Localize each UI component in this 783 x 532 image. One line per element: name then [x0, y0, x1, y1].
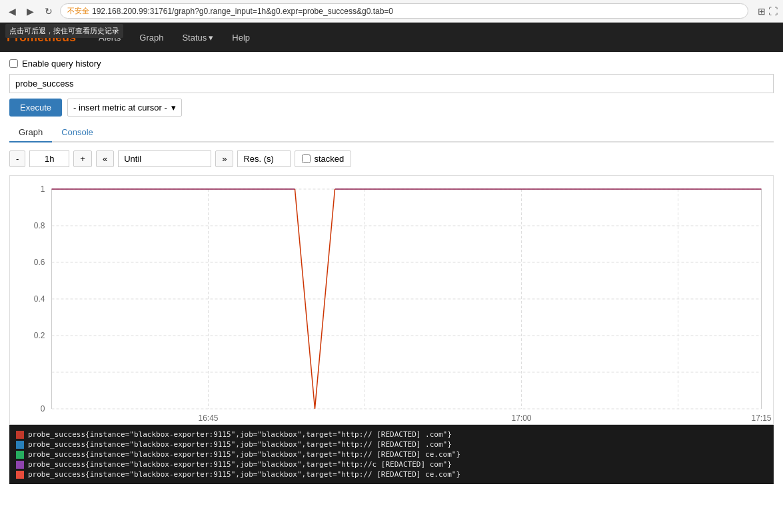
nav-status[interactable]: Status ▾: [173, 25, 223, 51]
nav-graph[interactable]: Graph: [130, 25, 173, 51]
legend-color-3: [16, 461, 24, 469]
expand-button[interactable]: ⛶: [768, 6, 778, 17]
range-plus-button[interactable]: +: [73, 150, 92, 167]
legend-label-1: probe_success{instance="blackbox-exporte…: [28, 440, 452, 449]
grid-button[interactable]: ⊞: [758, 6, 766, 17]
legend-color-1: [16, 441, 24, 449]
legend-color-0: [16, 431, 24, 439]
legend-item-2[interactable]: probe_success{instance="blackbox-exporte…: [16, 450, 767, 459]
stacked-label[interactable]: stacked: [295, 150, 351, 167]
legend-color-2: [16, 451, 24, 459]
query-input[interactable]: probe_success: [9, 74, 774, 93]
browser-bar: ◀ ▶ ↻ 不安全 192.168.200.99:31761/graph?g0.…: [0, 0, 783, 23]
legend: probe_success{instance="blackbox-exporte…: [9, 425, 774, 484]
back-button[interactable]: ◀: [5, 5, 19, 18]
forward-button[interactable]: ▶: [23, 5, 37, 18]
tab-console[interactable]: Console: [52, 123, 103, 142]
legend-color-4: [16, 471, 24, 479]
main-content: Enable query history probe_success Execu…: [0, 52, 783, 491]
address-bar[interactable]: 不安全 192.168.200.99:31761/graph?g0.range_…: [60, 3, 748, 19]
svg-text:0.4: 0.4: [34, 294, 45, 304]
graph-controls: - 1h + « Until » Res. (s) stacked: [9, 148, 774, 170]
browser-actions: ⊞ ⛶: [758, 6, 778, 17]
metric-dropdown-icon: ▾: [171, 103, 176, 113]
address-text: 192.168.200.99:31761/graph?g0.range_inpu…: [92, 7, 393, 16]
legend-label-2: probe_success{instance="blackbox-exporte…: [28, 450, 460, 459]
svg-text:0.6: 0.6: [34, 258, 45, 267]
back-time-button[interactable]: «: [96, 150, 114, 167]
forward-time-button[interactable]: »: [215, 150, 233, 167]
legend-item-4[interactable]: probe_success{instance="blackbox-exporte…: [16, 470, 767, 479]
back-tooltip: 点击可后退，按住可查看历史记录: [5, 24, 123, 38]
svg-text:17:00: 17:00: [511, 413, 531, 422]
execute-button[interactable]: Execute: [9, 99, 62, 117]
legend-item-3[interactable]: probe_success{instance="blackbox-exporte…: [16, 460, 767, 469]
security-icon: 不安全: [67, 6, 89, 16]
query-history-checkbox[interactable]: [9, 59, 18, 68]
graph-svg: 1 0.8 0.6 0.4 0.2 0 16:45 17:00 17:15: [10, 176, 773, 422]
svg-text:16:45: 16:45: [198, 413, 218, 422]
svg-text:0.2: 0.2: [34, 331, 45, 340]
legend-item-1[interactable]: probe_success{instance="blackbox-exporte…: [16, 440, 767, 449]
stacked-checkbox[interactable]: [302, 154, 311, 163]
svg-text:0: 0: [41, 404, 45, 413]
query-history-row: Enable query history: [9, 59, 774, 69]
status-dropdown-icon: ▾: [209, 33, 213, 43]
reload-button[interactable]: ↻: [41, 5, 56, 18]
until-input[interactable]: Until: [118, 150, 211, 167]
legend-item-0[interactable]: probe_success{instance="blackbox-exporte…: [16, 430, 767, 439]
stacked-text: stacked: [314, 154, 344, 164]
graph-area: 1 0.8 0.6 0.4 0.2 0 16:45 17:00 17:15: [9, 175, 774, 425]
metric-selector-label: - insert metric at cursor -: [73, 103, 167, 113]
legend-label-0: probe_success{instance="blackbox-exporte…: [28, 430, 452, 439]
legend-label-3: probe_success{instance="blackbox-exporte…: [28, 460, 452, 469]
svg-text:17:15: 17:15: [751, 413, 771, 422]
range-input[interactable]: 1h: [29, 150, 69, 167]
metric-selector[interactable]: - insert metric at cursor - ▾: [67, 99, 182, 117]
tab-graph[interactable]: Graph: [9, 123, 52, 142]
range-minus-button[interactable]: -: [9, 150, 25, 167]
svg-text:1: 1: [41, 184, 45, 194]
res-input[interactable]: Res. (s): [237, 150, 291, 167]
query-history-label[interactable]: Enable query history: [22, 59, 101, 69]
execute-row: Execute - insert metric at cursor - ▾: [9, 99, 774, 117]
svg-text:0.8: 0.8: [34, 221, 45, 230]
tabs-row: Graph Console: [9, 123, 774, 142]
legend-label-4: probe_success{instance="blackbox-exporte…: [28, 470, 460, 479]
nav-help[interactable]: Help: [223, 25, 259, 51]
